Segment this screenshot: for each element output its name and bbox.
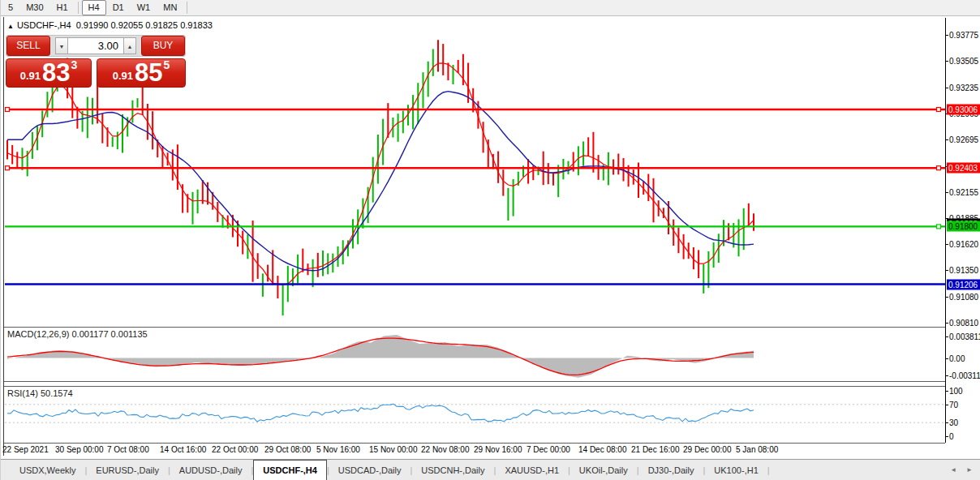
timeframe-d1[interactable]: D1 bbox=[106, 0, 131, 15]
tab-usdcad-daily[interactable]: USDCAD-,Daily bbox=[329, 460, 410, 480]
timeframe-m30[interactable]: M30 bbox=[19, 0, 49, 15]
time-tick-label: 29 Oct 08:00 bbox=[264, 445, 311, 454]
trade-panel-prices: 0.91 83 3 0.91 85 5 bbox=[6, 58, 186, 88]
chart-ohlc-values: 0.91990 0.92055 0.91825 0.91833 bbox=[76, 20, 213, 30]
line-handle[interactable] bbox=[6, 166, 10, 170]
axis-tick-mark bbox=[945, 270, 948, 271]
time-tick-label: 5 Nov 16:00 bbox=[316, 445, 360, 454]
tab-usdcnh-daily[interactable]: USDCNH-,Daily bbox=[412, 460, 493, 480]
tab-uk100-h1[interactable]: UK100-,H1 bbox=[705, 460, 767, 480]
line-handle[interactable] bbox=[937, 225, 941, 229]
tab-usdchf-h4[interactable]: USDCHF-,H4 bbox=[253, 460, 327, 480]
axis-tick-label: 0.91080 bbox=[949, 292, 978, 301]
line-price-label-0.93006: 0.93006 bbox=[947, 105, 980, 115]
tab-xauusd-h1[interactable]: XAUUSD-,H1 bbox=[496, 460, 568, 480]
macd-bottom-separator[interactable] bbox=[4, 381, 945, 382]
axis-tick-mark bbox=[945, 358, 948, 359]
timeframe-5[interactable]: 5 bbox=[2, 0, 19, 15]
axis-tick-mark bbox=[945, 323, 948, 324]
collapse-arrow-icon[interactable]: ▲ bbox=[7, 23, 14, 30]
axis-tick-mark bbox=[945, 88, 948, 88]
rsi-chart-canvas[interactable] bbox=[1, 387, 947, 443]
tab-usdx-weekly[interactable]: USDX,Weekly bbox=[11, 460, 84, 480]
rsi-line bbox=[7, 404, 754, 422]
macd-label: MACD(12,26,9) 0.001177 0.001135 bbox=[7, 329, 148, 339]
axis-tick-mark bbox=[945, 297, 948, 298]
axis-tick-mark bbox=[945, 405, 948, 405]
time-tick-label: 22 Oct 00:00 bbox=[212, 445, 258, 454]
axis-tick-mark bbox=[945, 192, 948, 193]
buy-price-big: 85 bbox=[135, 62, 162, 85]
sell-button[interactable]: SELL bbox=[6, 36, 50, 56]
axis-tick-mark bbox=[945, 436, 948, 437]
price-axis-line bbox=[945, 18, 946, 443]
axis-tick-label: 0.93505 bbox=[949, 57, 978, 66]
volume-decrement-button[interactable]: ▼ bbox=[55, 37, 68, 54]
axis-tick-label: 0.003811 bbox=[949, 332, 980, 341]
axis-tick-label: 0.93235 bbox=[949, 83, 978, 92]
time-tick-label: 22 Nov 08:00 bbox=[421, 445, 470, 454]
tab-scroll-left-icon[interactable]: ◄ bbox=[950, 466, 956, 474]
axis-tick-label: 0.91620 bbox=[949, 240, 978, 249]
time-tick-label: 7 Dec 00:00 bbox=[527, 445, 570, 454]
axis-tick-label: 0.00 bbox=[949, 354, 965, 362]
time-tick-label: 14 Oct 16:00 bbox=[160, 445, 206, 454]
time-tick-label: 29 Nov 16:00 bbox=[474, 445, 522, 454]
line-handle[interactable] bbox=[937, 108, 941, 112]
sell-price-prefix: 0.91 bbox=[20, 70, 41, 82]
tab-audusd-daily[interactable]: AUDUSD-,Daily bbox=[170, 460, 251, 480]
sell-price-sup: 3 bbox=[71, 58, 78, 71]
chart-symbol: USDCHF-,H4 bbox=[17, 20, 71, 30]
rsi-top-separator bbox=[4, 386, 945, 387]
axis-tick-label: 0.91350 bbox=[949, 266, 978, 275]
time-tick-label: 29 Dec 00:00 bbox=[683, 445, 732, 454]
line-price-label-0.91206: 0.91206 bbox=[947, 279, 980, 289]
line-handle[interactable] bbox=[937, 166, 941, 170]
axis-tick-label: 0.93775 bbox=[949, 31, 978, 40]
time-tick-label: 14 Dec 08:00 bbox=[578, 445, 627, 454]
one-click-trading-panel: SELL ▼ ▲ BUY 0.91 83 3 0.91 85 5 bbox=[6, 35, 186, 88]
axis-tick-label: 70 bbox=[949, 400, 958, 409]
axis-tick-mark bbox=[945, 35, 948, 36]
axis-tick-label: 0.90810 bbox=[949, 318, 978, 327]
macd-histogram bbox=[7, 335, 754, 378]
mt4-window: 5M30H1H4D1W1MN 0.937750.935050.932350.92… bbox=[0, 0, 980, 480]
tab-scroll-right-icon[interactable]: ► bbox=[966, 466, 973, 474]
axis-tick-label: 0.92695 bbox=[949, 135, 978, 144]
timeframe-h4[interactable]: H4 bbox=[82, 0, 106, 15]
axis-tick-mark bbox=[945, 61, 948, 62]
volume-input[interactable] bbox=[68, 37, 123, 54]
axis-tick-label: 100 bbox=[949, 387, 963, 396]
axis-tick-mark bbox=[945, 139, 948, 140]
timeframe-mn[interactable]: MN bbox=[157, 0, 183, 15]
sell-price-box[interactable]: 0.91 83 3 bbox=[6, 58, 92, 88]
line-handle[interactable] bbox=[6, 108, 10, 112]
ma-slow-line bbox=[7, 92, 754, 271]
axis-tick-label: 30 bbox=[949, 418, 958, 427]
main-macd-separator[interactable] bbox=[4, 327, 945, 328]
timeframe-toolbar: 5M30H1H4D1W1MN bbox=[1, 0, 980, 16]
axis-tick-mark bbox=[945, 375, 948, 376]
toolbar-separator bbox=[187, 2, 187, 14]
time-tick-label: 15 Nov 00:00 bbox=[369, 445, 418, 454]
axis-tick-mark bbox=[945, 422, 948, 423]
volume-increment-button[interactable]: ▲ bbox=[123, 37, 136, 54]
axis-tick-label: 0.92155 bbox=[949, 187, 978, 196]
tab-dj30-daily[interactable]: DJ30-,Daily bbox=[639, 460, 703, 480]
axis-tick-mark bbox=[945, 391, 948, 392]
axis-tick-label: -0.003115 bbox=[949, 371, 980, 380]
time-tick-label: 30 Sep 00:00 bbox=[55, 445, 104, 454]
buy-price-prefix: 0.91 bbox=[113, 70, 133, 82]
timeframe-w1[interactable]: W1 bbox=[131, 0, 157, 15]
chart-title: ▲USDCHF-,H4 0.91990 0.92055 0.91825 0.91… bbox=[7, 20, 213, 30]
buy-button[interactable]: BUY bbox=[141, 36, 185, 56]
tab-eurusd-daily[interactable]: EURUSD-,Daily bbox=[87, 460, 168, 480]
axis-tick-mark bbox=[945, 244, 948, 245]
tab-scroll-arrows: ◄ ► bbox=[950, 459, 973, 480]
chart-tab-bar: USDX,Weekly|EURUSD-,Daily|AUDUSD-,Daily|… bbox=[1, 459, 980, 480]
trade-panel-row: SELL ▼ ▲ BUY bbox=[6, 35, 186, 57]
tab-ukoil-daily[interactable]: UKOil-,Daily bbox=[570, 460, 637, 480]
timeframe-h1[interactable]: H1 bbox=[50, 0, 75, 15]
time-tick-label: 21 Dec 16:00 bbox=[631, 445, 680, 454]
buy-price-box[interactable]: 0.91 85 5 bbox=[97, 58, 186, 88]
